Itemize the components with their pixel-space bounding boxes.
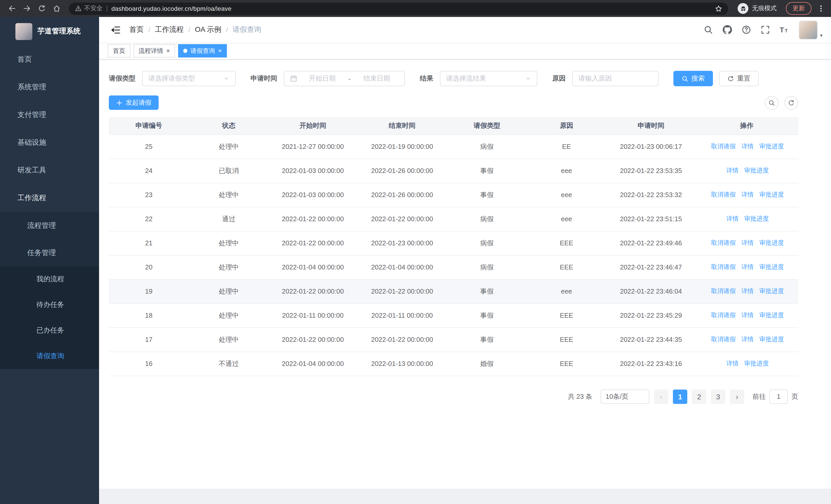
result-select[interactable]: 请选择流结果 xyxy=(440,71,537,86)
sidebar-item-leave-query[interactable]: 请假查询 xyxy=(0,343,99,369)
bookmark-star-icon[interactable] xyxy=(715,5,722,12)
address-bar[interactable]: 不安全 dashboard.yudao.iocoder.cn/bpm/oa/le… xyxy=(69,2,728,14)
prev-page-button[interactable]: ‹ xyxy=(654,389,668,404)
page-button-2[interactable]: 2 xyxy=(692,389,706,404)
cell-start: 2022-01-11 00:00:00 xyxy=(269,303,357,327)
sidebar-item-done-tasks[interactable]: 已办任务 xyxy=(0,318,99,343)
sidebar-item-label: 流程管理 xyxy=(27,221,56,230)
cell-reason: eee xyxy=(526,158,607,183)
page-button-1[interactable]: 1 xyxy=(673,389,687,404)
progress-link[interactable]: 审批进度 xyxy=(758,335,784,344)
sidebar-item-task-management[interactable]: 任务管理 xyxy=(0,239,99,266)
close-tab-icon[interactable]: × xyxy=(166,48,170,54)
cancel-link[interactable]: 取消请假 xyxy=(710,287,736,296)
browser-refresh-icon[interactable] xyxy=(35,2,48,15)
detail-link[interactable]: 详情 xyxy=(740,311,754,320)
breadcrumb-item[interactable]: OA 示例 xyxy=(195,25,222,34)
detail-link[interactable]: 详情 xyxy=(740,239,754,247)
browser-forward-icon[interactable] xyxy=(20,2,33,15)
progress-link[interactable]: 审批进度 xyxy=(758,311,784,320)
cancel-link[interactable]: 取消请假 xyxy=(710,142,736,151)
sidebar-item-system-management[interactable]: 系统管理 xyxy=(0,73,99,101)
detail-link[interactable]: 详情 xyxy=(725,166,739,175)
fullscreen-icon[interactable] xyxy=(761,25,770,34)
breadcrumb-item[interactable]: 工作流程 xyxy=(155,25,184,34)
table-search-toggle-icon[interactable] xyxy=(765,96,779,110)
close-tab-icon[interactable]: × xyxy=(218,48,222,54)
url-text: dashboard.yudao.iocoder.cn/bpm/oa/leave xyxy=(111,5,711,12)
detail-link[interactable]: 详情 xyxy=(725,214,739,223)
breadcrumb-item: 请假查询 xyxy=(232,25,261,34)
detail-link[interactable]: 详情 xyxy=(740,335,754,344)
search-button[interactable]: 搜索 xyxy=(674,71,713,86)
detail-link[interactable]: 详情 xyxy=(740,287,754,296)
sidebar-item-home[interactable]: 首页 xyxy=(0,46,99,73)
leave-type-select[interactable]: 请选择请假类型 xyxy=(142,71,236,86)
tab-process-detail[interactable]: 流程详情× xyxy=(134,44,175,58)
browser-menu-icon[interactable] xyxy=(815,2,826,15)
create-leave-button[interactable]: 发起请假 xyxy=(109,95,159,110)
progress-link[interactable]: 审批进度 xyxy=(743,166,769,175)
sidebar-item-infrastructure[interactable]: 基础设施 xyxy=(0,129,99,156)
next-page-button[interactable]: › xyxy=(730,389,744,404)
security-warning[interactable]: 不安全 xyxy=(75,4,103,13)
progress-link[interactable]: 审批进度 xyxy=(743,214,769,223)
browser-update-button[interactable]: 更新 xyxy=(786,2,811,15)
sidebar-item-process-management[interactable]: 流程管理 xyxy=(0,212,99,239)
chevron-down-icon xyxy=(525,76,531,82)
cancel-link[interactable]: 取消请假 xyxy=(710,239,736,247)
sidebar-item-workflow[interactable]: 工作流程 xyxy=(0,184,99,212)
cancel-link[interactable]: 取消请假 xyxy=(710,263,736,271)
cell-status: 处理中 xyxy=(189,231,269,255)
github-icon[interactable] xyxy=(723,25,732,34)
detail-link[interactable]: 详情 xyxy=(740,263,754,271)
sidebar: 芋道管理系统 首页系统管理¥支付管理基础设施研发工具工作流程流程管理任务管理我的… xyxy=(0,17,99,504)
progress-link[interactable]: 审批进度 xyxy=(758,142,784,151)
font-size-icon[interactable]: TT xyxy=(780,25,789,34)
page-button-3[interactable]: 3 xyxy=(711,389,725,404)
browser-home-icon[interactable] xyxy=(50,2,63,15)
sidebar-item-todo-tasks[interactable]: 待办任务 xyxy=(0,292,99,318)
breadcrumb-item[interactable]: 首页 xyxy=(130,25,144,34)
tab-leave-query[interactable]: 请假查询× xyxy=(178,44,227,58)
cancel-link[interactable]: 取消请假 xyxy=(710,335,736,344)
progress-link[interactable]: 审批进度 xyxy=(758,239,784,247)
progress-link[interactable]: 审批进度 xyxy=(758,263,784,271)
detail-link[interactable]: 详情 xyxy=(740,190,754,199)
tab-home[interactable]: 首页 xyxy=(108,44,131,58)
cancel-link[interactable]: 取消请假 xyxy=(710,190,736,199)
detail-link[interactable]: 详情 xyxy=(725,359,739,368)
cell-reason: eee xyxy=(526,207,607,231)
user-avatar xyxy=(799,20,818,39)
svg-text:T: T xyxy=(785,28,787,33)
date-range-picker[interactable]: 开始日期 - 结束日期 xyxy=(284,71,405,86)
sidebar-item-label: 任务管理 xyxy=(27,248,56,257)
browser-back-icon[interactable] xyxy=(5,2,19,15)
sidebar-item-my-process[interactable]: 我的流程 xyxy=(0,266,99,292)
cell-start: 2022-01-22 00:00:00 xyxy=(269,327,357,352)
incognito-icon xyxy=(738,3,748,14)
progress-link[interactable]: 审批进度 xyxy=(743,359,769,368)
header-search-icon[interactable] xyxy=(704,25,713,34)
cancel-link[interactable]: 取消请假 xyxy=(710,311,736,320)
cell-start: 2021-12-27 00:00:00 xyxy=(269,135,357,158)
cell-applied: 2022-01-22 23:53:35 xyxy=(606,158,695,183)
progress-link[interactable]: 审批进度 xyxy=(758,190,784,199)
cell-type: 事假 xyxy=(447,279,526,303)
reason-input[interactable]: 请输入原因 xyxy=(572,71,659,86)
help-icon[interactable] xyxy=(742,25,751,34)
cell-end: 2022-01-13 00:00:00 xyxy=(357,352,447,376)
start-date-placeholder: 开始日期 xyxy=(300,74,344,83)
page-size-select[interactable]: 10条/页 xyxy=(601,389,649,404)
progress-link[interactable]: 审批进度 xyxy=(758,287,784,296)
reset-button[interactable]: 重置 xyxy=(719,71,758,86)
column-header: 结束时间 xyxy=(357,117,447,135)
sidebar-collapse-icon[interactable] xyxy=(111,25,121,35)
sidebar-item-dev-tools[interactable]: 研发工具 xyxy=(0,156,99,184)
table-refresh-icon[interactable] xyxy=(784,96,798,110)
detail-link[interactable]: 详情 xyxy=(740,142,754,151)
sidebar-item-payment-management[interactable]: ¥支付管理 xyxy=(0,101,99,129)
column-header: 申请编号 xyxy=(109,117,189,135)
goto-page-input[interactable] xyxy=(769,389,788,404)
user-menu[interactable]: ▼ xyxy=(799,20,823,39)
